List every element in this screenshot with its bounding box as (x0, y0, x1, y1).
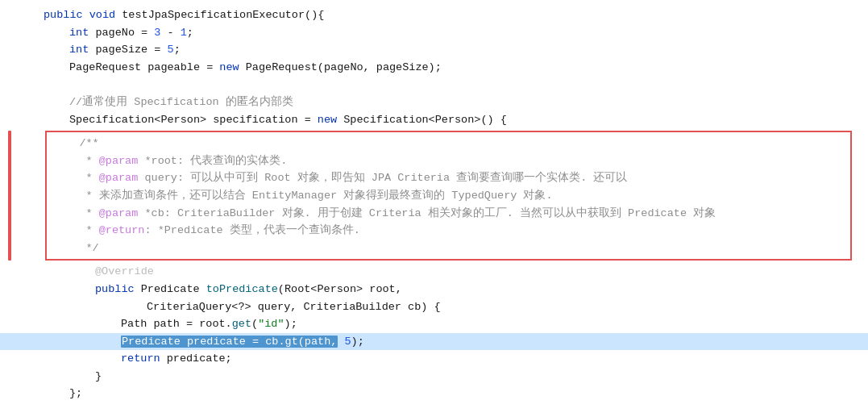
code-line-9: public Predicate toPredicate(Root<Person… (0, 281, 868, 298)
left-indicator (8, 131, 11, 261)
comment-text-0: /** (53, 135, 844, 152)
line-2-text: int pageNo = 3 - 1; (18, 24, 868, 42)
line-5-text (18, 76, 868, 94)
comment-line-3: * 来添加查询条件，还可以结合 EntityManager 对象得到最终查询的 … (53, 187, 844, 205)
line-4-text: PageRequest pageable = new PageRequest(p… (18, 59, 868, 77)
comment-block-container: /** * @param *root: 代表查询的实体类. * @param q… (0, 131, 868, 261)
line-3-text: int pageSize = 5; (18, 41, 868, 59)
code-line-8: @Override (0, 263, 868, 281)
code-line-4: PageRequest pageable = new PageRequest(p… (0, 59, 868, 77)
comment-text-2: * @param query: 可以从中可到 Root 对象，即告知 JPA C… (53, 169, 844, 187)
line-16-text (18, 402, 868, 417)
comment-line-0: /** (53, 135, 844, 152)
comment-box: /** * @param *root: 代表查询的实体类. * @param q… (45, 131, 852, 261)
comment-text-1: * @param *root: 代表查询的实体类. (53, 152, 844, 170)
comment-line-6: */ (53, 240, 844, 257)
line-1-text: public void testJpaSpecificationExecutor… (18, 6, 868, 24)
code-line-7: Specification<Person> specification = ne… (0, 111, 868, 129)
line-12-text: Predicate predicate = cb.gt(path, 5); (18, 333, 868, 351)
code-editor: public void testJpaSpecificationExecutor… (0, 0, 868, 417)
comment-text-4: * @param *cb: CriteriaBuilder 对象. 用于创建 C… (53, 205, 844, 223)
code-line-10: CriteriaQuery<?> query, CriteriaBuilder … (0, 298, 868, 316)
line-13-text: return predicate; (18, 350, 868, 368)
code-line-6: //通常使用 Specification 的匿名内部类 (0, 94, 868, 111)
line-11-text: Path path = root.get("id"); (18, 315, 868, 333)
code-line-1: public void testJpaSpecificationExecutor… (0, 6, 868, 24)
code-line-11: Path path = root.get("id"); (0, 315, 868, 333)
code-line-15: }; (0, 385, 868, 402)
comment-text-5: * @return: *Predicate 类型，代表一个查询条件. (53, 222, 844, 240)
code-line-13: return predicate; (0, 350, 868, 368)
line-8-text: @Override (18, 263, 868, 281)
code-line-2: int pageNo = 3 - 1; (0, 24, 868, 42)
line-6-text: //通常使用 Specification 的匿名内部类 (18, 94, 868, 111)
line-15-text: }; (18, 385, 868, 402)
line-9-text: public Predicate toPredicate(Root<Person… (18, 281, 868, 298)
comment-text-3: * 来添加查询条件，还可以结合 EntityManager 对象得到最终查询的 … (53, 187, 844, 205)
comment-text-6: */ (53, 240, 844, 257)
comment-line-4: * @param *cb: CriteriaBuilder 对象. 用于创建 C… (53, 205, 844, 223)
line-10-text: CriteriaQuery<?> query, CriteriaBuilder … (18, 298, 868, 316)
code-line-14: } (0, 368, 868, 386)
code-line-3: int pageSize = 5; (0, 41, 868, 59)
code-line-16 (0, 402, 868, 417)
comment-line-1: * @param *root: 代表查询的实体类. (53, 152, 844, 170)
code-line-5 (0, 76, 868, 94)
line-7-text: Specification<Person> specification = ne… (18, 111, 868, 129)
comment-line-2: * @param query: 可以从中可到 Root 对象，即告知 JPA C… (53, 169, 844, 187)
code-line-12: Predicate predicate = cb.gt(path, 5); (0, 333, 868, 351)
line-14-text: } (18, 368, 868, 386)
comment-line-5: * @return: *Predicate 类型，代表一个查询条件. (53, 222, 844, 240)
